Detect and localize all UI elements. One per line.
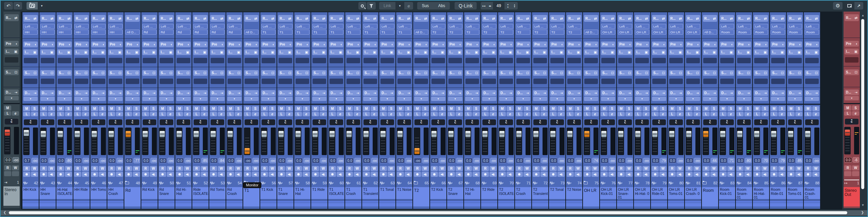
- insert-slot[interactable]: [584, 58, 598, 63]
- inserts-rack[interactable]: I... ▣: [533, 49, 547, 55]
- mute-button[interactable]: M: [244, 106, 251, 111]
- pre-rack[interactable]: Pre ◖: [261, 41, 276, 47]
- record-enable-button[interactable]: [465, 172, 472, 177]
- fader-track[interactable]: [550, 128, 556, 155]
- pre-rack[interactable]: Pre ◖: [652, 41, 666, 47]
- pan-control[interactable]: c: [635, 119, 649, 125]
- racks-header[interactable]: R... ⇄: [737, 15, 751, 22]
- meter-value[interactable]: -80: [745, 158, 751, 163]
- mute-button[interactable]: M: [669, 106, 676, 111]
- pan-control[interactable]: c: [845, 119, 858, 124]
- record-enable-button[interactable]: [414, 172, 421, 177]
- sends-rack[interactable]: S... ⊡: [788, 70, 802, 76]
- listen-button[interactable]: L: [448, 112, 455, 116]
- input-routing[interactable]: Left ...: [295, 24, 309, 29]
- insert-slot[interactable]: [845, 57, 858, 63]
- meter-value[interactable]: -85: [796, 158, 802, 163]
- direct-routing-rack[interactable]: D... ⇥: [4, 89, 19, 95]
- monitor-button[interactable]: ◀): [507, 172, 514, 177]
- input-routing[interactable]: [584, 24, 598, 29]
- edit-channel-button[interactable]: e: [608, 112, 616, 116]
- solo-button[interactable]: S: [557, 106, 565, 111]
- record-enable-button[interactable]: [210, 172, 217, 177]
- fader-cap[interactable]: [771, 131, 776, 137]
- rack-dropdown[interactable]: ▼: [550, 97, 564, 101]
- fader-cap[interactable]: [143, 131, 148, 137]
- racks-header[interactable]: R... ⇄: [363, 15, 377, 22]
- inserts-rack[interactable]: I... ▣: [845, 49, 859, 54]
- direct-routing-rack[interactable]: D... ⇥: [499, 90, 513, 96]
- meter-value[interactable]: -oo: [320, 158, 327, 163]
- input-routing[interactable]: Left ...: [550, 24, 564, 29]
- inserts-rack[interactable]: I... ▣: [363, 49, 377, 55]
- rack-dropdown[interactable]: ▼: [244, 97, 259, 101]
- insert-slot[interactable]: [431, 58, 445, 63]
- mute-button[interactable]: M: [770, 106, 778, 111]
- channel-count-field[interactable]: 49: [493, 2, 504, 10]
- output-routing[interactable]: T1: [261, 30, 276, 35]
- write-button[interactable]: W: [761, 166, 768, 171]
- edit-channel-button[interactable]: e: [320, 112, 327, 116]
- fader-cap[interactable]: [380, 131, 386, 137]
- input-routing[interactable]: [845, 23, 859, 28]
- read-button[interactable]: R: [770, 166, 778, 171]
- racks-header[interactable]: R... ⇄: [431, 15, 445, 22]
- pan-control[interactable]: c: [567, 119, 581, 125]
- record-enable-button[interactable]: [312, 172, 319, 177]
- racks-header[interactable]: R... ⇄: [261, 15, 276, 22]
- send-slot[interactable]: [75, 79, 88, 84]
- read-button[interactable]: R: [465, 166, 472, 171]
- direct-routing-rack[interactable]: D... ⇥: [108, 90, 123, 96]
- listen-button[interactable]: L: [431, 112, 438, 116]
- direct-routing-rack[interactable]: D... ⇥: [703, 90, 717, 96]
- fader-value[interactable]: 0.0: [533, 158, 541, 163]
- output-routing[interactable]: Rd: [176, 30, 191, 35]
- input-routing[interactable]: Left ...: [108, 24, 123, 29]
- edit-channel-button[interactable]: e: [184, 112, 191, 116]
- channel-name[interactable]: T2 Hi-Hat: [464, 187, 480, 199]
- edit-channel-button[interactable]: e: [591, 112, 599, 116]
- insert-slot[interactable]: [533, 58, 547, 63]
- pan-control[interactable]: c: [686, 119, 700, 125]
- edit-channel-button[interactable]: e: [676, 112, 684, 116]
- read-button[interactable]: R: [4, 165, 11, 170]
- monitor-button[interactable]: ◀): [524, 172, 531, 177]
- listen-button[interactable]: L: [176, 112, 183, 116]
- racks-header[interactable]: R... ⇄: [771, 15, 785, 22]
- channel-name[interactable]: HH Snare: [39, 187, 56, 199]
- input-routing[interactable]: Left ...: [278, 24, 293, 29]
- inserts-rack[interactable]: I... ▣: [686, 49, 700, 55]
- listen-button[interactable]: L: [414, 112, 421, 116]
- inserts-rack[interactable]: I... ▣: [74, 49, 89, 55]
- insert-slot[interactable]: [177, 58, 190, 63]
- write-button[interactable]: W: [320, 166, 327, 171]
- monitor-button[interactable]: ◀): [557, 172, 565, 177]
- channel-name[interactable]: Room Hi-Hat-01: [753, 187, 769, 199]
- rack-dropdown[interactable]: ▼: [771, 97, 785, 101]
- pan-control[interactable]: c: [482, 119, 496, 125]
- fader-cap[interactable]: [58, 131, 63, 137]
- send-slot[interactable]: [601, 79, 615, 84]
- channel-name[interactable]: OH LR Ride-01: [651, 187, 667, 199]
- read-button[interactable]: R: [261, 166, 268, 171]
- fader-value[interactable]: 0.0: [618, 158, 625, 163]
- pan-control[interactable]: c: [58, 119, 71, 125]
- output-routing[interactable]: T2: [499, 30, 513, 35]
- filter-button[interactable]: [367, 2, 376, 10]
- monitor-button[interactable]: ◀): [422, 172, 429, 177]
- edit-channel-button[interactable]: e: [727, 112, 734, 116]
- channel-name[interactable]: T2 Kick: [430, 187, 446, 199]
- mute-button[interactable]: M: [227, 106, 234, 111]
- inserts-rack[interactable]: I... ▣: [567, 49, 581, 55]
- pan-control[interactable]: c: [24, 119, 37, 125]
- racks-header[interactable]: R... ⇄: [533, 15, 547, 22]
- read-button[interactable]: R: [125, 166, 132, 171]
- inserts-rack[interactable]: I... ▣: [635, 49, 649, 55]
- pre-rack[interactable]: Pre ◖: [278, 41, 293, 47]
- mute-button[interactable]: M: [278, 106, 285, 111]
- meter-value[interactable]: -oo: [269, 158, 276, 163]
- fader-track[interactable]: [312, 128, 318, 155]
- sends-rack[interactable]: S... ⊡: [845, 69, 859, 75]
- send-slot[interactable]: [516, 79, 530, 84]
- meter-value[interactable]: -oo: [813, 158, 819, 163]
